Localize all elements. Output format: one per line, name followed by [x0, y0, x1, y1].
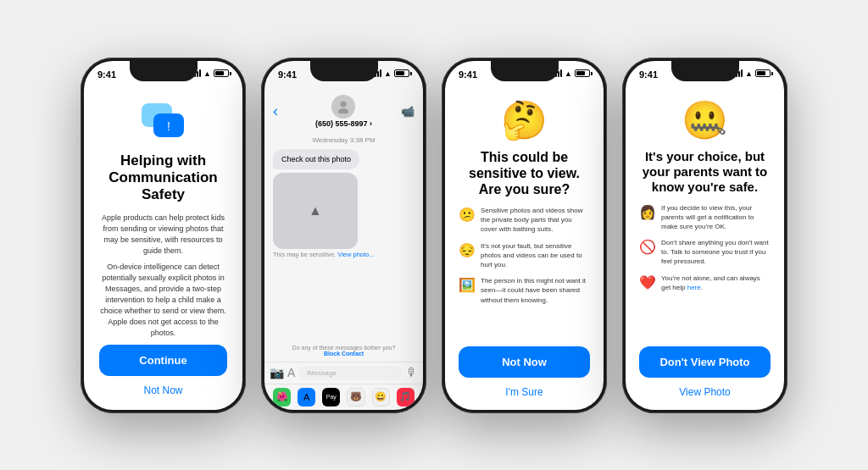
- svg-text:!: !: [167, 119, 170, 133]
- contact-name: (650) 555-8997 ›: [315, 119, 372, 128]
- back-button[interactable]: ‹: [273, 102, 278, 120]
- im-sure-button[interactable]: I'm Sure: [505, 386, 542, 398]
- phone-1: 9:41 ▲: [81, 58, 246, 413]
- wifi-icon-1: ▲: [203, 69, 211, 78]
- continue-button[interactable]: Continue: [99, 345, 227, 376]
- input-bar: 📷 A iMessage 🎙: [264, 362, 423, 384]
- status-time-3: 9:41: [459, 69, 477, 80]
- status-time-1: 9:41: [97, 69, 116, 80]
- battery-icon-4: [755, 69, 771, 77]
- battery-icon-1: [214, 69, 229, 77]
- app-icon-memoji[interactable]: 🐻: [347, 388, 364, 406]
- warning-triangle-icon: ▲: [309, 203, 322, 218]
- parent-item-2: 🚫 Don't share anything you don't want to…: [639, 238, 771, 267]
- phones-container: 9:41 ▲: [55, 41, 813, 430]
- signal-icon-1: [192, 69, 201, 77]
- phone1-desc2: On-device intelligence can detect potent…: [99, 262, 227, 339]
- battery-icon-2: [394, 69, 409, 77]
- warning-item-2: 😔 It's not your fault, but sensitive pho…: [459, 241, 590, 270]
- warning-text-1: Sensitive photos and videos show the pri…: [481, 206, 590, 235]
- message-image: ▲: [273, 173, 358, 249]
- status-bar-3: 9:41 ▲: [445, 61, 604, 93]
- parent-emoji-2: 🚫: [639, 239, 656, 255]
- parent-item-1: 👩 If you decide to view this, your paren…: [639, 203, 771, 232]
- warning-text-2: It's not your fault, but sensitive photo…: [481, 241, 590, 270]
- thinking-emoji: 🤔: [501, 98, 548, 142]
- status-icons-3: ▲: [553, 69, 590, 78]
- signal-icon-4: [733, 69, 743, 77]
- warning-title: This could be sensitive to view. Are you…: [459, 149, 590, 198]
- camera-icon[interactable]: 📷: [270, 366, 284, 379]
- status-icons-4: ▲: [733, 69, 771, 78]
- view-photo-button[interactable]: View Photo: [679, 386, 731, 398]
- parent-text-2: Don't share anything you don't want to. …: [661, 238, 771, 267]
- battery-icon-3: [575, 69, 590, 77]
- status-bar-1: 9:41 ▲: [84, 61, 242, 93]
- phone4-content: 🤐 It's your choice, but your parents wan…: [626, 93, 784, 410]
- nav-bar: ‹ (650) 555-8997 › 📹: [264, 93, 423, 131]
- warning-emoji-3: 🖼️: [459, 277, 476, 293]
- chat-bubble-icon: !: [140, 102, 187, 144]
- wifi-icon-4: ▲: [745, 69, 753, 78]
- warning-list: 😕 Sensitive photos and videos show the p…: [459, 206, 590, 312]
- status-time-2: 9:41: [278, 69, 297, 80]
- apps-icon[interactable]: A: [287, 366, 295, 379]
- not-now-button-1[interactable]: Not Now: [143, 384, 182, 396]
- video-call-icon[interactable]: 📹: [401, 105, 415, 118]
- apps-bar: 🌺 A Pay 🐻 😀 🎵: [264, 384, 423, 410]
- view-photo-link[interactable]: View photo...: [337, 251, 374, 258]
- app-icon-photos[interactable]: 🌺: [273, 388, 291, 406]
- app-icon-music[interactable]: 🎵: [397, 388, 415, 406]
- status-bar-2: 9:41 ▲: [264, 61, 423, 93]
- phone-3: 9:41 ▲ 🤔 This could be sensitive: [442, 58, 607, 413]
- message-bubble: Check out this photo: [273, 149, 359, 169]
- parent-item-3: ❤️ You're not alone, and can always get …: [639, 274, 771, 292]
- svg-point-4: [338, 108, 348, 113]
- signal-icon-2: [372, 69, 381, 77]
- phone1-content: ! Helping with Communication Safety Appl…: [84, 93, 242, 410]
- status-icons-1: ▲: [192, 69, 229, 78]
- dont-view-button[interactable]: Don't View Photo: [639, 346, 771, 378]
- zipper-emoji: 🤐: [682, 98, 728, 142]
- parent-list: 👩 If you decide to view this, your paren…: [639, 203, 771, 300]
- phone-2: 9:41 ▲ ‹: [261, 58, 426, 413]
- warning-text-3: The person in this might not want it see…: [481, 276, 590, 305]
- contact-avatar: [331, 95, 355, 119]
- warning-emoji-1: 😕: [459, 207, 476, 223]
- parent-emoji-3: ❤️: [639, 274, 656, 290]
- sensitive-label: This may be sensitive. View photo...: [273, 251, 415, 258]
- parent-text-3: You're not alone, and can always get hel…: [661, 274, 771, 292]
- message-input[interactable]: iMessage: [298, 366, 403, 380]
- parent-text-1: If you decide to view this, your parents…: [661, 203, 771, 232]
- warning-item-1: 😕 Sensitive photos and videos show the p…: [459, 206, 590, 235]
- parent-title: It's your choice, but your parents want …: [639, 149, 771, 195]
- phone1-title: Helping with Communication Safety: [99, 152, 227, 204]
- messages-area: Wednesday 3:38 PM Check out this photo ▲…: [264, 131, 423, 362]
- signal-icon-3: [553, 69, 562, 77]
- status-icons-2: ▲: [372, 69, 409, 78]
- audio-icon[interactable]: 🎙: [406, 366, 418, 379]
- phone2-content: ‹ (650) 555-8997 › 📹 Wednesday 3:38 PM C…: [264, 93, 423, 410]
- app-icon-pay[interactable]: Pay: [322, 388, 340, 406]
- parent-emoji-1: 👩: [639, 204, 656, 220]
- bother-text: Do any of these messages bother you? Blo…: [273, 345, 415, 357]
- warning-emoji-2: 😔: [459, 242, 476, 258]
- not-now-button-3[interactable]: Not Now: [459, 346, 590, 378]
- status-bar-4: 9:41 ▲: [626, 61, 784, 93]
- app-icon-emoji[interactable]: 😀: [372, 388, 390, 406]
- phone3-content: 🤔 This could be sensitive to view. Are y…: [445, 93, 604, 410]
- date-label: Wednesday 3:38 PM: [273, 136, 415, 144]
- wifi-icon-3: ▲: [565, 69, 572, 78]
- svg-point-3: [341, 101, 347, 107]
- phone1-desc1: Apple products can help protect kids fro…: [99, 213, 227, 257]
- block-contact-link[interactable]: Block Contact: [273, 351, 415, 357]
- warning-item-3: 🖼️ The person in this might not want it …: [459, 276, 590, 305]
- status-time-4: 9:41: [639, 69, 658, 80]
- app-icon-appstore[interactable]: A: [298, 388, 315, 406]
- wifi-icon-2: ▲: [384, 69, 392, 78]
- phone-4: 9:41 ▲ 🤐 It's your choice, but y: [622, 58, 787, 413]
- contact-info: (650) 555-8997 ›: [315, 95, 372, 128]
